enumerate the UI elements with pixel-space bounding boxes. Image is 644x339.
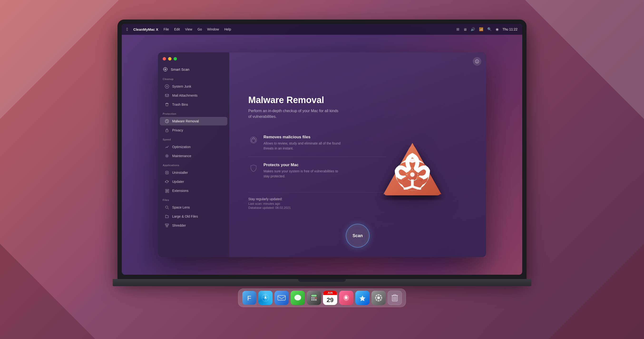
last-scan-label: Last scan: minutes ago [248,202,386,205]
sidebar-item-uninstaller[interactable]: Uninstaller [160,168,227,177]
sidebar-item-optimization[interactable]: Optimization [160,143,227,151]
menubar-edit[interactable]: Edit [174,27,180,31]
menubar-clock: Thu 11:22 [502,27,518,31]
menubar-file[interactable]: File [164,27,169,31]
dock-item-safari[interactable] [258,291,272,305]
trash-bins-label: Trash Bins [172,103,188,106]
update-info: Stay regularly updated: Last scan: minut… [248,192,386,209]
scan-button[interactable]: Scan [346,224,370,248]
feature-removes-desc: Allows to review, study and eliminate al… [264,141,344,151]
maintenance-icon [164,154,169,158]
dock-item-calendar[interactable]: JUN 29 [323,291,337,305]
menubar-siri-icon[interactable]: ◉ [496,27,499,32]
sidebar-item-mail-attachments[interactable]: Mail Attachments [160,91,227,100]
dock-item-appstore[interactable] [355,291,370,305]
svg-rect-35 [311,295,316,297]
scan-button-container: Scan [346,224,370,248]
svg-point-49 [376,295,378,297]
svg-point-44 [377,296,380,299]
menubar-control-center-icon[interactable]: ⊞ [456,27,460,32]
system-junk-label: System Junk [172,85,191,88]
maintenance-label: Maintenance [172,154,191,158]
svg-point-10 [166,155,168,157]
system-junk-icon [164,84,169,89]
svg-point-51 [380,295,382,297]
malware-removal-label: Malware Removal [172,119,199,123]
dock-item-cleanmymac[interactable] [339,291,354,305]
dock-item-trash[interactable] [388,291,402,305]
sidebar-item-large-old-files[interactable]: Large & Old Files [160,212,227,221]
menubar-search-icon[interactable]: 🔍 [487,27,492,32]
main-content-area: Malware Removal Perform an in-depth chec… [229,52,486,257]
laptop:  CleanMyMac X File Edit View Go Window … [96,20,548,319]
feature-protects-title: Protects your Mac [264,163,344,167]
feature-protects-desc: Makes sure your system is free of vulner… [264,169,344,179]
menubar-sound-icon[interactable]: 🔊 [471,27,475,32]
dock-item-calculator[interactable] [307,291,321,305]
svg-rect-38 [315,297,316,298]
menubar-help[interactable]: Help [224,27,231,31]
large-old-files-icon [164,214,169,219]
svg-rect-41 [315,299,316,300]
calendar-day: 29 [323,295,337,305]
laptop-hinge [298,279,346,282]
bug-icon [248,135,259,145]
section-header-applications: Applications [158,160,229,168]
svg-rect-36 [311,297,313,298]
menubar-wifi-icon[interactable]: 📶 [479,27,484,32]
sidebar-item-smart-scan[interactable]: Smart Scan [158,64,229,74]
uninstaller-label: Uninstaller [172,171,188,174]
traffic-light-close[interactable] [163,57,166,61]
sidebar-item-shredder[interactable]: Shredder [160,221,227,230]
svg-rect-7 [165,94,168,97]
sidebar-item-system-junk[interactable]: System Junk [160,82,227,91]
space-lens-label: Space Lens [172,205,190,209]
settings-button[interactable] [473,57,481,66]
dock-item-finder[interactable]: F [242,291,256,305]
traffic-light-minimize[interactable] [168,57,172,61]
updater-icon [164,179,169,184]
sidebar-item-trash-bins[interactable]: Trash Bins [160,100,227,109]
sidebar-item-extensions[interactable]: Extensions [160,186,227,195]
optimization-icon [164,145,169,149]
sidebar: Smart Scan Cleanup System Junk [158,52,229,257]
traffic-light-fullscreen[interactable] [174,57,177,61]
mail-attachments-label: Mail Attachments [172,94,198,97]
svg-rect-32 [278,295,286,300]
menubar-go[interactable]: Go [198,27,202,31]
traffic-lights [163,57,177,61]
smart-scan-label: Smart Scan [171,67,189,71]
section-header-speed: Speed [158,135,229,142]
svg-rect-55 [394,294,396,295]
sidebar-item-malware-removal[interactable]: Malware Removal [160,117,227,125]
macos-screen:  CleanMyMac X File Edit View Go Window … [122,24,522,275]
mail-attachments-icon [164,93,169,98]
app-window: Smart Scan Cleanup System Junk [158,52,486,257]
sidebar-item-updater[interactable]: Updater [160,177,227,186]
sidebar-item-space-lens[interactable]: Space Lens [160,203,227,212]
sidebar-item-maintenance[interactable]: Maintenance [160,152,227,160]
sidebar-item-privacy[interactable]: Privacy [160,126,227,135]
feature-removes-malicious: Removes malicious files Allows to review… [248,129,386,157]
menubar-window[interactable]: Window [207,27,219,31]
feature-protects-text: Protects your Mac Makes sure your system… [264,163,344,179]
svg-point-12 [166,206,168,208]
shield-icon [248,163,259,173]
shredder-label: Shredder [172,224,186,227]
database-updated-label: Database updated: 08.02.2021 [248,206,386,209]
menubar-display-icon[interactable]: 🖥 [463,27,467,32]
menubar-right: ⊞ 🖥 🔊 📶 🔍 ◉ Thu 11:22 [456,27,518,32]
uninstaller-icon [164,170,169,175]
dock-item-syspreferences[interactable] [372,291,386,305]
menubar-app-name[interactable]: CleanMyMac X [134,27,158,32]
apple-logo[interactable]:  [126,27,128,32]
dock-item-messages[interactable] [290,291,305,305]
menubar-view[interactable]: View [185,27,192,31]
menubar:  CleanMyMac X File Edit View Go Window … [122,24,522,35]
section-header-cleanup: Cleanup [158,74,229,82]
biohazard-graphic [377,134,448,210]
svg-rect-39 [311,299,313,300]
calendar-month: JUN [323,291,337,295]
dock-item-mail[interactable] [274,291,289,305]
svg-point-1 [164,69,166,70]
